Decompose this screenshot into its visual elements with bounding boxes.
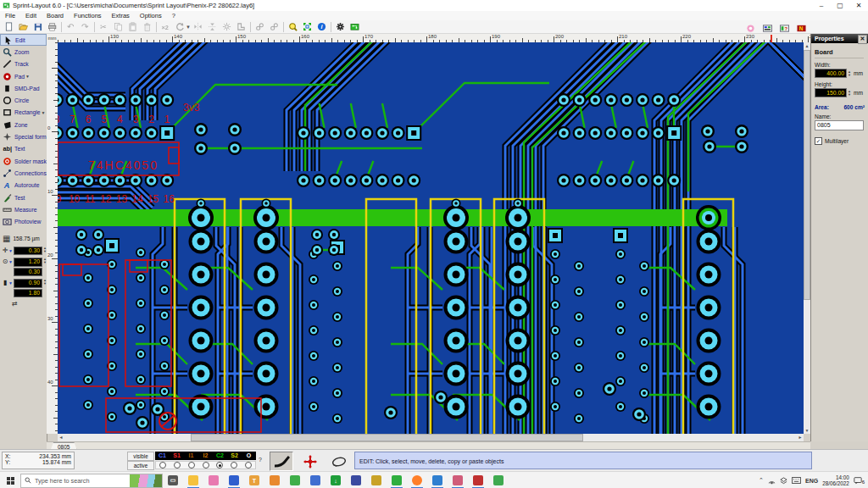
sidebar-tool-pad[interactable]: Pad▼ (0, 70, 47, 82)
align-button[interactable] (220, 20, 234, 34)
pad-crosshair-button[interactable] (298, 452, 322, 471)
sidebar-tool-text[interactable]: ab|Text (0, 143, 47, 155)
board-height-value[interactable]: 150.00 (815, 88, 847, 97)
active-layer-radio-s1[interactable] (170, 462, 185, 469)
scroll-down-icon[interactable]: ▼ (804, 427, 810, 434)
sidebar-tool-connections[interactable]: Connections (0, 167, 47, 179)
cut-button[interactable]: ✂ (97, 20, 111, 34)
sidebar-tool-measure[interactable]: Measure (0, 203, 47, 215)
board-height-stepper[interactable]: ▲▼ (848, 90, 851, 97)
media-app-button[interactable] (366, 472, 387, 488)
archive-app-button[interactable]: T (244, 472, 264, 488)
paste-button[interactable] (125, 20, 140, 34)
rotate-button[interactable] (173, 20, 187, 34)
zoom-tool-button[interactable] (286, 20, 300, 34)
vertical-scrollbar[interactable]: ▲ ▼ (804, 42, 810, 434)
delete-button[interactable] (140, 20, 154, 34)
layer-chip-c2[interactable]: C2 (213, 452, 227, 460)
swap-values-icon[interactable]: ⇄ (12, 300, 47, 308)
mirror-vertical-button[interactable] (205, 20, 220, 34)
undo-button[interactable]: ↶ (64, 20, 78, 34)
sidebar-tool-autoroute[interactable]: AAutoroute (0, 180, 47, 191)
board-name-input[interactable]: 0805 (815, 120, 864, 130)
ungroup-button[interactable] (267, 20, 281, 34)
layer-chip-c1[interactable]: C1 (155, 452, 170, 460)
board-width-value[interactable]: 400.00 (815, 69, 847, 78)
track-width-value[interactable]: 0.30 (14, 247, 42, 256)
active-layer-radio-o[interactable] (241, 462, 255, 469)
open-file-button[interactable] (16, 20, 31, 34)
chart-app-button[interactable] (285, 472, 305, 488)
scroll-up-icon[interactable]: ▲ (804, 42, 810, 49)
active-layer-selector[interactable] (155, 461, 256, 469)
sidebar-tool-special-form[interactable]: Special form (0, 130, 47, 142)
horizontal-scroll-thumb[interactable] (191, 434, 583, 441)
group-button[interactable] (253, 20, 267, 34)
chevron-down-icon[interactable]: ▼ (25, 74, 30, 79)
photoview-board-button[interactable] (348, 20, 362, 34)
maximize-button[interactable]: ▢ (831, 0, 849, 11)
board-frame-button[interactable] (300, 20, 314, 34)
multilayer-checkbox[interactable]: ✓ (815, 137, 822, 145)
sidebar-tool-circle[interactable]: Circle (0, 94, 47, 106)
monitor-app-button[interactable] (346, 472, 366, 488)
menu-options[interactable]: Options (135, 12, 167, 19)
photos-app-button[interactable] (427, 472, 448, 488)
outline-button[interactable] (234, 20, 248, 34)
smd-height-value[interactable]: 1.80 (14, 289, 42, 298)
chevron-down-icon[interactable]: ▼ (8, 248, 13, 253)
drc-button[interactable]: N (794, 21, 809, 35)
mirror-horizontal-button[interactable] (191, 20, 205, 34)
freehand-zone-button[interactable] (327, 452, 351, 471)
menu-extras[interactable]: Extras (107, 12, 135, 19)
menu-edit[interactable]: Edit (20, 12, 42, 19)
chevron-down-icon[interactable]: ▼ (8, 280, 13, 286)
downloader-app-button[interactable]: ↓ (326, 472, 346, 488)
pad-outer-value[interactable]: 1.20 (14, 258, 42, 267)
file-explorer-button[interactable] (183, 472, 203, 488)
macro-library-button[interactable] (743, 21, 758, 35)
active-layer-radio-c1[interactable] (156, 462, 170, 469)
layer-chip-s1[interactable]: S1 (170, 452, 184, 460)
scroll-right-icon[interactable]: ► (797, 434, 804, 441)
layer-visibility-selector[interactable]: C1S1I1I2C2S2O (155, 452, 256, 460)
sidebar-tool-edit[interactable]: Edit (0, 34, 47, 46)
new-file-button[interactable] (2, 20, 16, 34)
layer-chip-o[interactable]: O (242, 452, 256, 460)
sidebar-tool-track[interactable]: Track (0, 58, 47, 70)
layer-chip-i1[interactable]: I1 (184, 452, 198, 460)
sidebar-tool-zone[interactable]: Zone (0, 119, 47, 130)
smd-width-value[interactable]: 0.90 (14, 279, 42, 288)
pad-drill-value[interactable]: 0.30 (14, 268, 42, 277)
sprint-layout-app-button[interactable] (387, 472, 407, 488)
menu-board[interactable]: Board (42, 12, 69, 19)
check-board-button[interactable]: ? (777, 21, 792, 35)
info-button[interactable]: i (314, 20, 329, 34)
editor-app-button[interactable] (305, 472, 326, 488)
sidebar-tool-photoview[interactable]: Photoview (0, 215, 47, 227)
firefox-button[interactable] (407, 472, 427, 488)
chevron-down-icon[interactable]: ▼ (8, 259, 13, 264)
network-icon[interactable] (768, 477, 776, 485)
cards-app-button[interactable] (448, 472, 468, 488)
close-button[interactable]: ✕ (849, 0, 868, 11)
calculator-button[interactable] (224, 472, 244, 488)
track-bend-mode-button[interactable] (270, 452, 293, 471)
board-width-stepper[interactable]: ▲▼ (848, 70, 851, 77)
layer-setup-button[interactable] (760, 21, 775, 35)
active-layer-radio-s2[interactable] (227, 462, 242, 469)
dropbox-icon[interactable] (780, 477, 787, 485)
redo-button[interactable]: ↷ (78, 20, 92, 34)
layer-chip-s2[interactable]: S2 (227, 452, 242, 460)
menu-file[interactable]: File (0, 12, 20, 19)
layers-app-button[interactable] (488, 472, 509, 488)
settings-button[interactable] (333, 20, 348, 34)
sidebar-tool-test[interactable]: Test (0, 191, 47, 203)
diamond-app-button[interactable] (468, 472, 488, 488)
active-layer-radio-i1[interactable] (184, 462, 198, 469)
pcb-canvas[interactable]: 74HC40503v387654321910111213141516 (58, 42, 804, 434)
sidebar-tool-solder-mask[interactable]: Solder mask (0, 155, 47, 167)
minimize-button[interactable]: – (812, 0, 831, 11)
search-highlight-thumbnail[interactable] (130, 474, 162, 487)
scroll-left-icon[interactable]: ◄ (58, 434, 64, 441)
